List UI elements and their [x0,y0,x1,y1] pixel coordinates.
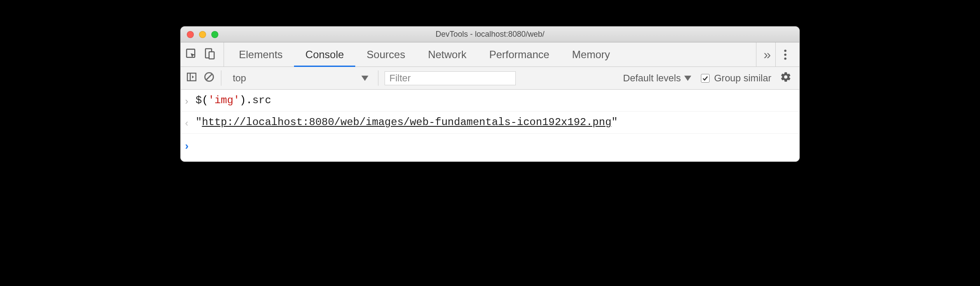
prompt-marker-icon [185,138,189,155]
tab-label: Network [428,49,466,61]
console-input-entry: $('img').src [181,90,799,112]
clear-console-icon[interactable] [203,71,215,85]
zoom-window-button[interactable] [211,31,218,38]
inspect-element-icon[interactable] [185,48,197,62]
svg-point-3 [784,49,786,52]
tab-sources[interactable]: Sources [355,42,416,66]
tabs-overflow-button[interactable]: » [756,42,776,66]
tab-console[interactable]: Console [294,42,355,66]
execution-context-select[interactable]: top [228,73,372,84]
toggle-sidebar-icon[interactable] [186,71,197,85]
minimize-window-button[interactable] [199,31,206,38]
checkbox-icon [701,74,710,83]
svg-line-9 [206,74,212,80]
console-result-entry: "http://localhost:8080/web/images/web-fu… [181,112,799,133]
console-prompt[interactable] [181,134,799,161]
log-levels-select[interactable]: Default levels [620,73,695,84]
tab-performance[interactable]: Performance [478,42,560,66]
group-similar-label: Group similar [714,73,771,84]
svg-rect-6 [187,73,196,80]
dropdown-caret-icon [684,76,691,81]
close-window-button[interactable] [187,31,194,38]
tab-label: Performance [489,49,549,61]
panel-tabs: Elements Console Sources Network Perform… [181,42,799,67]
console-output: $('img').src "http://localhost:8080/web/… [181,90,799,161]
devtools-window: DevTools - localhost:8080/web/ Elements … [180,26,800,162]
tab-elements[interactable]: Elements [228,42,294,66]
titlebar: DevTools - localhost:8080/web/ [181,27,799,42]
kebab-icon [784,49,787,61]
more-menu-button[interactable] [776,42,795,66]
tab-network[interactable]: Network [416,42,478,66]
context-label: top [233,73,246,84]
device-toggle-icon[interactable] [203,48,216,62]
svg-point-5 [784,57,786,59]
tab-label: Elements [239,49,283,61]
window-controls [181,31,218,38]
console-code[interactable]: $('img').src [196,92,795,109]
input-marker-icon [185,94,188,110]
window-title: DevTools - localhost:8080/web/ [181,30,799,39]
console-result[interactable]: "http://localhost:8080/web/images/web-fu… [196,114,795,131]
svg-rect-0 [187,49,195,57]
console-settings-icon[interactable] [777,71,794,85]
dropdown-caret-icon [361,76,368,81]
svg-point-4 [784,53,786,56]
svg-rect-2 [209,52,214,59]
filter-input[interactable] [385,71,516,85]
result-marker-icon [185,115,188,132]
console-toolbar: top Default levels Group similar [181,67,799,90]
chevron-right-double-icon: » [763,47,768,62]
tab-memory[interactable]: Memory [561,42,622,66]
tab-label: Memory [572,49,610,61]
levels-label: Default levels [623,73,681,84]
result-url-link[interactable]: http://localhost:8080/web/images/web-fun… [202,116,611,128]
tab-label: Console [305,49,344,61]
group-similar-toggle[interactable]: Group similar [701,73,771,84]
tab-label: Sources [367,49,405,61]
